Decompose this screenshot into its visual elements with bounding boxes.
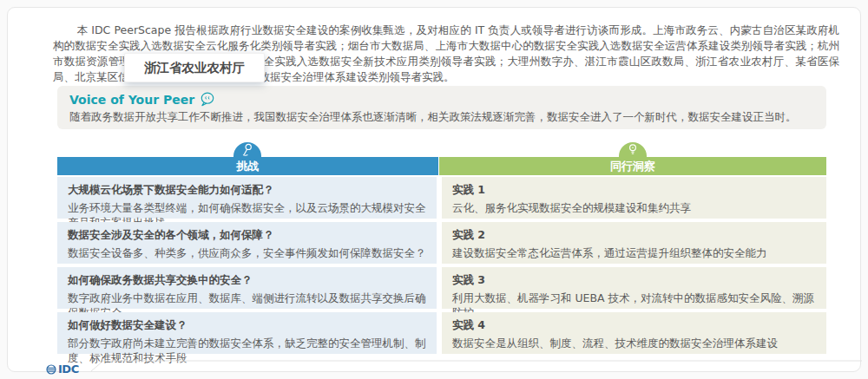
challenge-column-header: 挑战 (57, 157, 438, 175)
lightbulb-icon (627, 143, 639, 156)
insight-body: 数据安全是从组织、制度、流程、技术维度的数据安全治理体系建设 (452, 337, 816, 351)
voice-of-peer-panel: Voice of Your Peer 随着政务数据开放共享工作不断推进，我国数据… (57, 86, 826, 129)
insight-column-header: 同行洞察 (439, 157, 826, 175)
idc-logo: IDC (46, 363, 79, 376)
insight-bump (619, 142, 647, 157)
voice-title-row: Voice of Your Peer (69, 92, 814, 107)
insight-body: 云化、服务化实现数据安全的规模建设和集约共享 (452, 201, 816, 216)
challenge-title: 如何确保政务数据共享交换中的安全？ (68, 273, 426, 288)
challenge-cell-2: 数据安全涉及安全的各个领域，如何保障？ 数据安全设备多、种类多，供应商众多，安全… (57, 222, 437, 264)
challenge-title: 如何做好数据安全建设？ (68, 318, 426, 333)
insight-cell-3: 实践 3 利用大数据、机器学习和 UEBA 技术，对流转中的数据感知安全风险、溯… (442, 267, 826, 309)
insight-title: 实践 2 (452, 228, 816, 243)
globe-icon (46, 364, 56, 375)
challenge-cell-3: 如何确保政务数据共享交换中的安全？ 数字政府业务中数据在应用、数据库、端侧进行流… (57, 267, 437, 309)
idc-logo-text: IDC (58, 363, 79, 376)
insight-body: 建设数据安全常态化运营体系，通过运营提升组织整体的安全能力 (452, 246, 816, 261)
flag-icon (241, 143, 253, 156)
challenge-title: 大规模云化场景下数据安全能力如何适配？ (68, 183, 426, 198)
insight-title: 实践 4 (452, 318, 816, 333)
challenge-title: 数据安全涉及安全的各个领域，如何保障？ (68, 228, 426, 243)
insight-cell-1: 实践 1 云化、服务化实现数据安全的规模建设和集约共享 (442, 177, 826, 219)
challenge-cell-1: 大规模云化场景下数据安全能力如何适配？ 业务环境大量各类型终端，如何确保数据安全… (57, 177, 437, 219)
speech-bubble-icon (200, 92, 215, 107)
footer-divider (91, 358, 865, 374)
tooltip: 浙江省农业农村厅 (124, 53, 265, 82)
insight-title: 实践 1 (452, 183, 816, 198)
insight-cell-4: 实践 4 数据安全是从组织、制度、流程、技术维度的数据安全治理体系建设 (442, 312, 826, 354)
challenge-body: 数据安全设备多、种类多，供应商众多，安全事件频发如何保障数据安全？ (68, 246, 426, 261)
voice-title: Voice of Your Peer (69, 93, 194, 107)
challenge-bump (233, 142, 261, 157)
voice-body: 随着政务数据开放共享工作不断推进，我国数据安全治理体系也逐渐清晰，相关政策法规逐… (69, 110, 814, 125)
insight-cell-2: 实践 2 建设数据安全常态化运营体系，通过运营提升组织整体的安全能力 (442, 222, 826, 264)
insight-title: 实践 3 (452, 273, 816, 288)
tooltip-text: 浙江省农业农村厅 (144, 60, 245, 76)
challenge-cell-4: 如何做好数据安全建设？ 部分数字政府尚未建立完善的数据安全体系，缺乏完整的安全管… (57, 312, 437, 354)
